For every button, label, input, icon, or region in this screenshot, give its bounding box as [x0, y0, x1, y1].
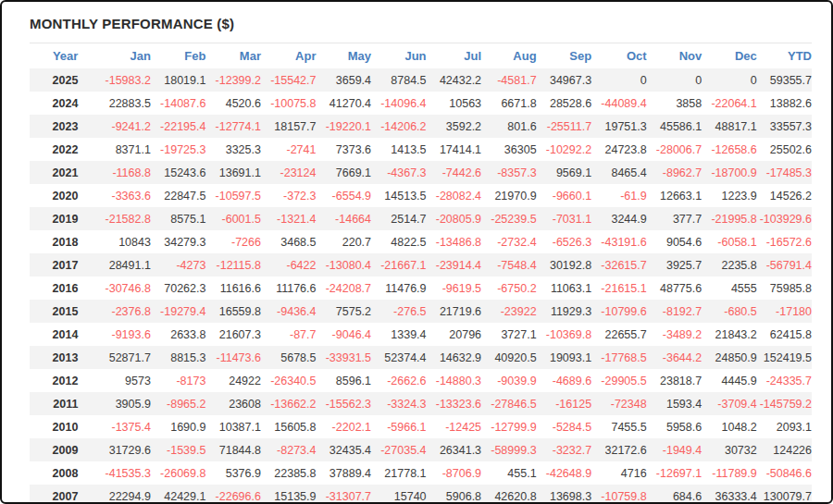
value-cell: 71844.8 [205, 438, 261, 461]
year-cell: 2008 [30, 461, 78, 485]
value-cell: 48817.1 [702, 115, 757, 138]
value-cell: 14513.5 [371, 184, 427, 207]
table-row: 20113905.9-8965.223608-13662.2-15562.3-3… [30, 392, 812, 415]
value-cell: -32615.7 [591, 253, 647, 277]
column-header-feb: Feb [151, 43, 206, 68]
value-cell: -10597.5 [205, 184, 261, 207]
value-cell: 21843.2 [702, 323, 757, 346]
value-cell: -21995.8 [702, 207, 757, 230]
value-cell: -41535.3 [78, 461, 151, 485]
value-cell: -10369.8 [537, 323, 592, 346]
value-cell: -14664 [316, 207, 371, 230]
column-header-mar: Mar [205, 43, 261, 68]
value-cell: 12663.1 [647, 184, 702, 207]
value-cell: -29905.5 [591, 369, 647, 392]
value-cell: 220.7 [316, 230, 371, 253]
table-body: 2025-15983.218019.1-12399.2-15542.73659.… [30, 68, 812, 504]
value-cell: 11176.6 [261, 277, 317, 300]
value-cell: -12115.8 [205, 253, 261, 277]
value-cell: 3858 [647, 92, 702, 115]
column-header-sep: Sep [537, 43, 592, 68]
value-cell: -9046.4 [316, 323, 371, 346]
value-cell: 19093.1 [537, 346, 592, 369]
year-cell: 2019 [30, 207, 78, 230]
value-cell: 9054.6 [647, 230, 702, 253]
value-cell: -8173 [151, 369, 206, 392]
value-cell: 5906.8 [427, 485, 482, 504]
value-cell: -3489.2 [647, 323, 702, 346]
value-cell: 31729.6 [78, 438, 151, 461]
value-cell: 684.6 [647, 485, 702, 504]
value-cell: -56791.4 [757, 253, 812, 277]
year-cell: 2009 [30, 438, 78, 461]
value-cell: 34967.3 [537, 68, 592, 92]
value-cell: -21615.1 [591, 277, 647, 300]
value-cell: 15740 [371, 485, 427, 504]
value-cell: -22064.1 [702, 92, 757, 115]
column-header-dec: Dec [702, 43, 757, 68]
value-cell: 13882.6 [757, 92, 812, 115]
value-cell: -31307.7 [316, 485, 371, 504]
value-cell: -3709.4 [702, 392, 757, 415]
table-row: 20228371.1-19725.33325.3-27417373.61413.… [30, 138, 812, 161]
value-cell: 30192.8 [537, 253, 592, 277]
table-row: 201728491.1-4273-12115.8-6422-13080.4-21… [30, 253, 812, 277]
table-row: 2016-30746.870262.311616.611176.6-24208.… [30, 277, 812, 300]
value-cell: -372.3 [261, 184, 317, 207]
column-header-year: Year [30, 43, 78, 68]
value-cell: -2202.1 [316, 415, 371, 438]
table-row: 201352871.78815.3-11473.65678.5-33931.55… [30, 346, 812, 369]
value-cell: -6554.9 [316, 184, 371, 207]
value-cell: -4689.6 [537, 369, 592, 392]
value-cell: -5966.1 [371, 415, 427, 438]
value-cell: 4716 [591, 461, 647, 485]
value-cell: -11473.6 [205, 346, 261, 369]
year-cell: 2007 [30, 485, 78, 504]
value-cell: -12658.6 [702, 138, 757, 161]
value-cell: -1539.5 [151, 438, 206, 461]
value-cell: 7373.6 [316, 138, 371, 161]
table-row: 2010-1375.41690.910387.115605.8-2202.1-5… [30, 415, 812, 438]
value-cell: 52374.4 [371, 346, 427, 369]
value-cell: 21778.1 [371, 461, 427, 485]
value-cell: -12799.9 [481, 415, 537, 438]
value-cell: -2376.8 [78, 300, 151, 323]
value-cell: 377.7 [647, 207, 702, 230]
value-cell: 11929.3 [537, 300, 592, 323]
value-cell: -26340.5 [261, 369, 317, 392]
value-cell: -14206.2 [371, 115, 427, 138]
value-cell: -145759.2 [757, 392, 812, 415]
value-cell: 23818.7 [647, 369, 702, 392]
table-row: 2020-3363.622847.5-10597.5-372.3-6554.91… [30, 184, 812, 207]
value-cell: -7442.6 [427, 161, 482, 184]
value-cell: 45586.1 [647, 115, 702, 138]
value-cell: -61.9 [591, 184, 647, 207]
table-header-row: YearJanFebMarAprMayJunJulAugSepOctNovDec… [30, 43, 812, 68]
value-cell: -9660.1 [537, 184, 592, 207]
value-cell: 15135.9 [261, 485, 317, 504]
value-cell: 23608 [205, 392, 261, 415]
value-cell: 4520.6 [205, 92, 261, 115]
value-cell: -3324.3 [371, 392, 427, 415]
column-header-jul: Jul [427, 43, 482, 68]
value-cell: -8706.9 [427, 461, 482, 485]
value-cell: 14526.2 [757, 184, 812, 207]
value-cell: 21970.9 [481, 184, 537, 207]
table-row: 200722294.942429.1-22696.615135.9-31307.… [30, 485, 812, 504]
value-cell: 22655.7 [591, 323, 647, 346]
value-cell: 8465.4 [591, 161, 647, 184]
value-cell: 2235.8 [702, 253, 757, 277]
value-cell: -12399.2 [205, 68, 261, 92]
value-cell: -26069.8 [151, 461, 206, 485]
value-cell: 21719.6 [427, 300, 482, 323]
value-cell: 1048.2 [702, 415, 757, 438]
value-cell: -9436.4 [261, 300, 317, 323]
monthly-performance-table: YearJanFebMarAprMayJunJulAugSepOctNovDec… [30, 43, 812, 504]
value-cell: 32172.6 [591, 438, 647, 461]
value-cell: 16559.8 [205, 300, 261, 323]
column-header-ytd: YTD [757, 43, 812, 68]
value-cell: 10387.1 [205, 415, 261, 438]
value-cell: 48775.6 [647, 277, 702, 300]
value-cell: -25511.7 [537, 115, 592, 138]
value-cell: 59355.7 [757, 68, 812, 92]
